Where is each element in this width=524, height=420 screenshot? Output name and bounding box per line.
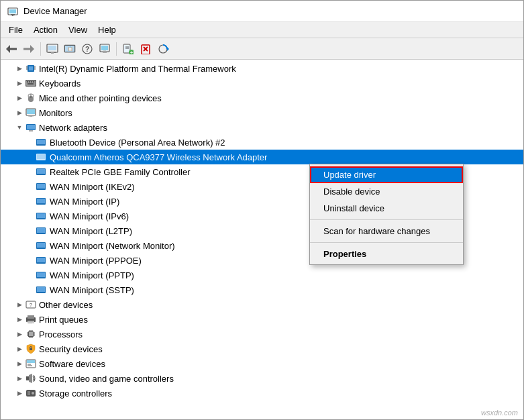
menu-help[interactable]: Help (93, 23, 121, 36)
title-bar-title: Device Manager (23, 6, 87, 16)
add-driver-button[interactable]: + (120, 41, 136, 57)
context-menu-disable[interactable]: Disable device (310, 183, 463, 200)
forward-button[interactable] (21, 41, 37, 57)
tree-item-mice[interactable]: ▶ Mice and other pointing devices (1, 91, 523, 105)
svg-rect-60 (37, 154, 45, 159)
context-menu-update[interactable]: Update driver (310, 166, 463, 183)
svg-rect-5 (9, 48, 17, 50)
tree-label-wan7: WAN Miniport (PPTP) (50, 270, 134, 280)
security-icon (25, 344, 37, 354)
svg-rect-19 (103, 52, 107, 53)
svg-rect-55 (27, 125, 35, 129)
device-tree: ▶ Intel(R) Dynamic Platform and Thermal … (1, 60, 523, 419)
svg-point-108 (32, 392, 34, 395)
tree-label-wan6: WAN Miniport (PPPOE) (50, 256, 142, 266)
tree-item-software[interactable]: ▶ Software devices (1, 356, 523, 371)
expand-icon: ▶ (14, 63, 25, 74)
expand-icon-storage: ▶ (14, 388, 25, 399)
expand-icon-sound: ▶ (14, 373, 25, 384)
back-button[interactable] (3, 41, 19, 57)
network-icon (25, 122, 37, 133)
context-menu-properties[interactable]: Properties (310, 246, 463, 262)
tree-item-network[interactable]: ▼ Network adapters (1, 120, 523, 135)
menu-file[interactable]: File (3, 23, 28, 36)
tree-item-print[interactable]: ▶ Print queues (1, 312, 523, 327)
title-bar-icon (7, 6, 18, 17)
svg-rect-46 (28, 83, 34, 85)
context-menu-scan[interactable]: Scan for hardware changes (310, 223, 463, 240)
svg-rect-1 (9, 9, 16, 13)
svg-rect-87 (29, 332, 33, 336)
title-bar: Device Manager (1, 1, 523, 22)
expand-icon-print: ▶ (14, 314, 25, 325)
network-adapter-icon-wan8 (36, 284, 48, 295)
svg-rect-70 (37, 228, 45, 233)
tree-item-bluetooth[interactable]: Bluetooth Device (Personal Area Network)… (1, 135, 523, 150)
tree-label-other: Other devices (39, 300, 93, 310)
device-view-button[interactable] (97, 41, 113, 57)
toolbar: 📋 ? + (1, 38, 523, 60)
remove-driver-button[interactable] (138, 41, 154, 57)
svg-rect-11 (51, 52, 54, 54)
tree-label-processors: Processors (39, 329, 83, 339)
expand-icon-security: ▶ (14, 344, 25, 354)
tree-item-security[interactable]: ▶ Security devices (1, 342, 523, 356)
tree-item-wan7[interactable]: WAN Miniport (PPTP) (1, 268, 523, 282)
other-device-icon: ? (25, 299, 37, 310)
properties-toolbar-button[interactable] (44, 41, 60, 57)
update-driver-toolbar-button[interactable]: 📋 (62, 41, 78, 57)
tree-item-monitors[interactable]: ▶ Monitors (1, 105, 523, 120)
network-adapter-icon-wan4 (36, 225, 48, 236)
svg-text:📋: 📋 (68, 46, 73, 52)
svg-rect-33 (29, 66, 33, 70)
tree-label-wan8: WAN Miniport (SSTP) (50, 285, 134, 295)
svg-rect-9 (48, 46, 56, 50)
network-adapter-icon (36, 137, 48, 148)
tree-label-print: Print queues (39, 315, 88, 325)
svg-rect-68 (37, 213, 45, 218)
scan-button[interactable] (155, 41, 171, 57)
tree-label-mice: Mice and other pointing devices (39, 93, 162, 103)
svg-rect-18 (101, 46, 108, 50)
svg-rect-66 (37, 199, 45, 203)
tree-item-qualcomm[interactable]: Qualcomm Atheros QCA9377 Wireless Networ… (1, 150, 523, 164)
svg-rect-76 (37, 272, 45, 277)
menu-view[interactable]: View (63, 23, 93, 36)
tree-item-keyboards[interactable]: ▶ Keyboards (1, 76, 523, 91)
network-adapter-icon-wan1 (36, 181, 48, 192)
tree-item-sound[interactable]: ▶ Sound, video and game controllers (1, 371, 523, 386)
cpu-icon (25, 329, 37, 339)
svg-rect-56 (29, 130, 33, 132)
help-toolbar-button[interactable]: ? (79, 41, 95, 57)
network-adapter-icon-realtek (36, 166, 48, 177)
tree-label-wan2: WAN Miniport (IP) (50, 197, 119, 207)
tree-label-software: Software devices (39, 359, 105, 369)
watermark: wsxdn.com (481, 409, 518, 417)
tree-item-intel[interactable]: ▶ Intel(R) Dynamic Platform and Thermal … (1, 61, 523, 76)
context-menu-separator-2 (310, 242, 463, 243)
storage-icon (25, 388, 37, 399)
tree-item-storage[interactable]: ▶ Storage controllers (1, 386, 523, 401)
context-menu-uninstall[interactable]: Uninstall device (310, 200, 463, 217)
monitor-icon (25, 107, 37, 118)
tree-item-processors[interactable]: ▶ Proces (1, 327, 523, 342)
tree-label-wan3: WAN Miniport (IPv6) (50, 211, 129, 221)
sound-icon (25, 373, 37, 384)
tree-label-wan5: WAN Miniport (Network Monitor) (50, 241, 175, 251)
expand-icon-other: ▶ (14, 299, 25, 310)
keyboard-icon (25, 78, 37, 89)
tree-item-wan8[interactable]: WAN Miniport (SSTP) (1, 282, 523, 297)
network-adapter-icon-wan7 (36, 270, 48, 280)
expand-icon: ▶ (14, 107, 25, 118)
tree-label-qualcomm: Qualcomm Atheros QCA9377 Wireless Networ… (50, 152, 267, 162)
svg-rect-51 (27, 109, 35, 114)
svg-text:+: + (130, 50, 134, 54)
network-adapter-icon-qualcomm (36, 152, 48, 162)
svg-rect-7 (23, 48, 31, 50)
svg-rect-44 (31, 81, 32, 83)
menu-action[interactable]: Action (28, 23, 63, 36)
svg-rect-58 (37, 140, 45, 144)
network-adapter-icon-wan6 (36, 255, 48, 266)
tree-label-intel: Intel(R) Dynamic Platform and Thermal Fr… (39, 64, 236, 74)
tree-item-other[interactable]: ▶ ? Other devices (1, 297, 523, 312)
